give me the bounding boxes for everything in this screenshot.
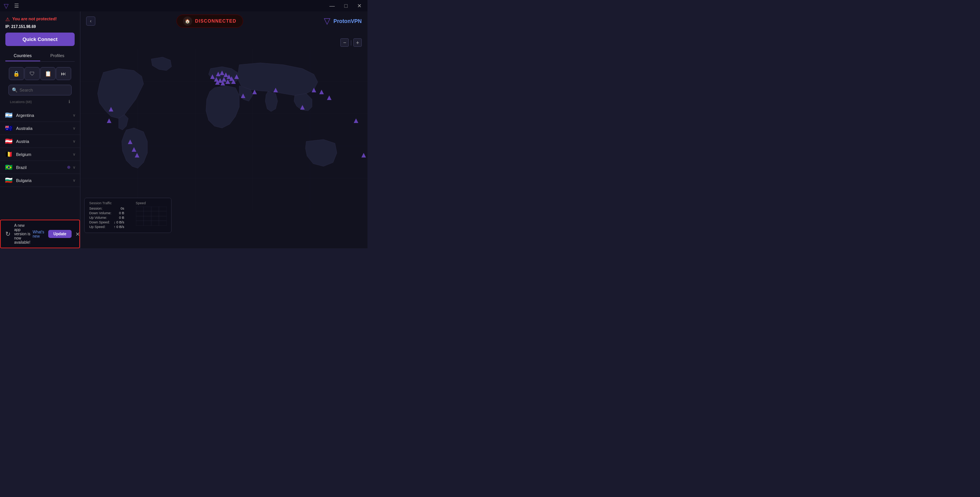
locations-header: Locations (68) ℹ	[5, 98, 75, 106]
update-refresh-icon: ↻	[5, 230, 10, 238]
collapse-sidebar-button[interactable]: ‹	[86, 16, 95, 26]
tab-profiles[interactable]: Profiles	[40, 51, 75, 61]
secure-core-filter-button[interactable]: 🔒	[9, 67, 24, 80]
sidebar: ⚠ You are not protected! IP: 217.151.98.…	[0, 11, 80, 248]
country-name-austria: Austria	[16, 139, 70, 144]
disconnected-text: DISCONNECTED	[195, 18, 237, 24]
speed-label: Speed	[136, 201, 167, 205]
flag-bulgaria: 🇧🇬	[5, 177, 13, 183]
connection-status-badge: 🏠 DISCONNECTED	[176, 15, 243, 28]
country-extra-brazil: ⊕ ∨	[67, 165, 75, 170]
country-extra-bulgaria: ∨	[73, 178, 75, 182]
smart-filter-button[interactable]: 📋	[40, 67, 56, 80]
update-bar-text: A new app version is now available! What…	[14, 223, 44, 244]
country-name-australia: Australia	[16, 126, 70, 131]
flag-argentina: 🇦🇷	[5, 112, 13, 118]
chevron-icon-australia: ∨	[73, 126, 75, 130]
protonvpn-logo: ▽ ProtonVPN	[324, 16, 362, 26]
country-item-argentina[interactable]: 🇦🇷 Argentina ∨	[0, 109, 80, 122]
country-item-brazil[interactable]: 🇧🇷 Brazil ⊕ ∨	[0, 161, 80, 174]
country-extra-argentina: ∨	[73, 113, 75, 117]
titlebar-right: — □ ✕	[328, 2, 364, 10]
country-item-belgium[interactable]: 🇧🇪 Belgium ∨	[0, 148, 80, 161]
stat-up-speed: Up Speed: ↑ 0 B/s	[89, 225, 124, 229]
stat-down-volume: Down Volume: 0 B	[89, 211, 124, 215]
chevron-icon-austria: ∨	[73, 139, 75, 143]
titlebar: ▽ ☰ — □ ✕	[0, 0, 368, 11]
update-button[interactable]: Update	[48, 230, 72, 238]
zoom-out-button[interactable]: −	[340, 38, 349, 47]
globe-icon-brazil: ⊕	[67, 165, 70, 170]
sidebar-header: ⚠ You are not protected! IP: 217.151.98.…	[0, 11, 80, 109]
quick-connect-button[interactable]: Quick Connect	[5, 33, 75, 46]
menu-button[interactable]: ☰	[12, 2, 21, 10]
map-area: ‹ 🏠 DISCONNECTED ▽ ProtonVPN − | +	[80, 11, 368, 248]
country-item-bulgaria[interactable]: 🇧🇬 Bulgaria ∨	[0, 174, 80, 187]
warning-text: You are not protected!	[12, 16, 57, 21]
update-bar: ↻ A new app version is now available! Wh…	[0, 220, 80, 248]
country-extra-australia: ∨	[73, 126, 75, 130]
search-input[interactable]	[8, 85, 72, 95]
app-body: ⚠ You are not protected! IP: 217.151.98.…	[0, 11, 368, 248]
chevron-icon-brazil: ∨	[73, 165, 75, 169]
flag-brazil: 🇧🇷	[5, 164, 13, 170]
p2p-filter-button[interactable]: 🛡	[24, 67, 40, 80]
country-item-austria[interactable]: 🇦🇹 Austria ∨	[0, 135, 80, 148]
country-name-bulgaria: Bulgaria	[16, 178, 70, 183]
country-name-argentina: Argentina	[16, 113, 70, 118]
close-button[interactable]: ✕	[355, 2, 364, 10]
warning-box: ⚠ You are not protected!	[5, 16, 75, 22]
proton-logo-text: ProtonVPN	[333, 18, 362, 24]
flag-belgium: 🇧🇪	[5, 151, 13, 157]
search-icon: 🔍	[12, 87, 18, 93]
proton-logo-icon: ▽	[324, 16, 330, 26]
zoom-controls: − | +	[340, 38, 362, 47]
tor-filter-button[interactable]: ⏭	[56, 67, 71, 80]
country-item-australia[interactable]: 🇦🇺 Australia ∨	[0, 122, 80, 135]
search-box: 🔍	[8, 85, 72, 95]
session-traffic-col: Session Traffic Session: 0s Down Volume:…	[89, 201, 124, 230]
flag-austria: 🇦🇹	[5, 138, 13, 144]
whats-new-link[interactable]: What's new	[33, 230, 44, 238]
titlebar-left: ▽ ☰	[4, 2, 21, 10]
country-extra-belgium: ∨	[73, 152, 75, 156]
warning-icon: ⚠	[5, 16, 10, 22]
tab-bar: Countries Profiles	[5, 51, 75, 62]
stat-session: Session: 0s	[89, 207, 124, 210]
country-name-brazil: Brazil	[16, 165, 64, 170]
stats-panel: Session Traffic Session: 0s Down Volume:…	[84, 198, 172, 233]
update-close-button[interactable]: ✕	[75, 231, 80, 237]
minimize-button[interactable]: —	[328, 2, 337, 10]
zoom-in-button[interactable]: +	[353, 38, 362, 47]
filter-icons: 🔒 🛡 📋 ⏭	[5, 65, 75, 82]
stat-down-speed: Down Speed: ↓ 0 B/s	[89, 220, 124, 224]
info-icon: ℹ	[69, 99, 70, 104]
map-header: ‹ 🏠 DISCONNECTED ▽ ProtonVPN	[80, 11, 368, 31]
ip-address: IP: 217.151.98.69	[5, 25, 75, 29]
app-logo-icon: ▽	[4, 2, 8, 10]
flag-australia: 🇦🇺	[5, 125, 13, 131]
speed-col: Speed	[136, 201, 167, 230]
tab-countries[interactable]: Countries	[5, 51, 40, 61]
home-icon: 🏠	[183, 16, 192, 26]
chevron-icon-bulgaria: ∨	[73, 178, 75, 182]
stats-row: Session Traffic Session: 0s Down Volume:…	[89, 201, 167, 230]
session-traffic-label: Session Traffic	[89, 201, 124, 205]
chevron-icon-argentina: ∨	[73, 113, 75, 117]
maximize-button[interactable]: □	[343, 2, 350, 10]
zoom-divider: |	[350, 39, 352, 46]
country-extra-austria: ∨	[73, 139, 75, 143]
chevron-icon-belgium: ∨	[73, 152, 75, 156]
country-name-belgium: Belgium	[16, 152, 70, 157]
stat-up-volume: Up Volume: 0 B	[89, 216, 124, 220]
